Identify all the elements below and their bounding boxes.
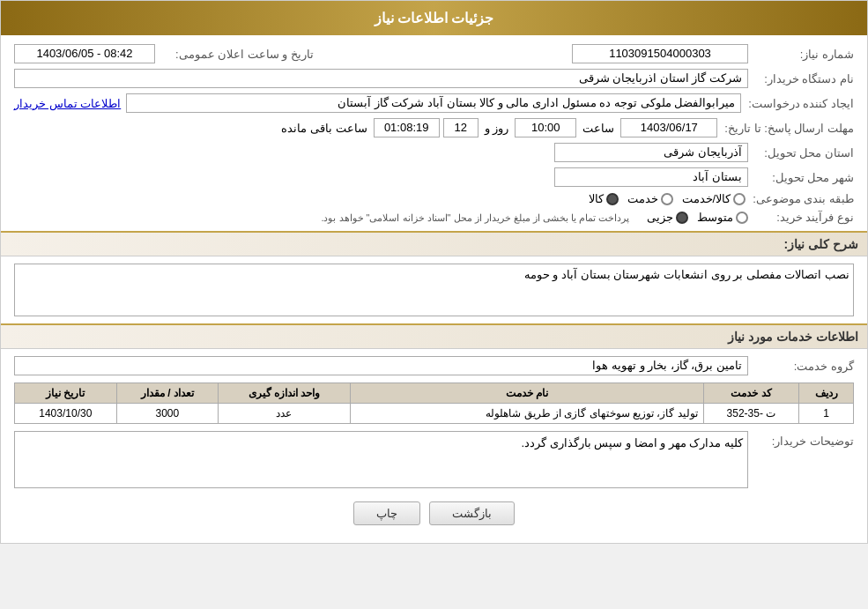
deadline-date: 1403/06/17 <box>620 118 717 137</box>
radio-kala-khedmat <box>733 193 746 205</box>
description-section-title: شرح کلی نیاز: <box>1 231 867 256</box>
province-row: استان محل تحویل: آذربایجان شرقی <box>14 143 854 162</box>
col-unit: واحد اندازه گیری <box>219 383 351 404</box>
province-value: آذربایجان شرقی <box>554 143 748 162</box>
creator-label: ایجاد کننده درخواست: <box>741 97 854 110</box>
purchase-motavasset-label: متوسط <box>697 211 733 224</box>
creator-row: ایجاد کننده درخواست: میرابوالفضل ملوکی ت… <box>14 93 854 113</box>
table-header-row: ردیف کد خدمت نام خدمت واحد اندازه گیری ت… <box>15 383 854 404</box>
radio-jozii <box>676 212 688 224</box>
cell-name: تولید گاز، توزیع سوختهای گازی از طریق شا… <box>350 404 703 424</box>
buyer-notes-area: کلیه مدارک مهر و امضا و سپس بارگذاری گرد… <box>14 431 748 488</box>
cell-rownum: 1 <box>799 404 854 424</box>
radio-khedmat <box>661 193 673 205</box>
requester-label: نام دستگاه خریدار: <box>748 72 854 85</box>
deadline-fields: 1403/06/17 ساعت 10:00 روز و 12 01:08:19 … <box>278 118 717 137</box>
category-kala-khedmat-label: کالا/خدمت <box>682 192 731 205</box>
page-title: جزئیات اطلاعات نیاز <box>375 11 494 26</box>
deadline-remaining: 01:08:19 <box>374 118 440 137</box>
requester-row: نام دستگاه خریدار: شرکت گاز استان اذربای… <box>14 69 854 88</box>
col-qty: تعداد / مقدار <box>116 383 218 404</box>
cell-code: ت -35-352 <box>703 404 799 424</box>
category-row: طبقه بندی موضوعی: کالا/خدمت خدمت کالا <box>14 192 854 205</box>
service-group-label: گروه خدمت: <box>748 360 854 373</box>
category-options: کالا/خدمت خدمت کالا <box>589 192 746 205</box>
deadline-time-label: ساعت <box>582 122 614 135</box>
radio-motavasset <box>736 212 748 224</box>
category-option-kala[interactable]: کالا <box>589 192 619 205</box>
services-table: ردیف کد خدمت نام خدمت واحد اندازه گیری ت… <box>14 382 854 424</box>
city-row: شهر محل تحویل: بستان آباد <box>14 167 854 187</box>
buttons-row: بازگشت چاپ <box>14 501 854 525</box>
deadline-day-label: روز و <box>485 122 509 135</box>
page-wrapper: جزئیات اطلاعات نیاز شماره نیاز: 11030915… <box>0 0 868 544</box>
city-value: بستان آباد <box>554 167 748 187</box>
cell-date: 1403/10/30 <box>15 404 117 424</box>
print-button[interactable]: چاپ <box>353 501 420 525</box>
category-kala-label: کالا <box>589 192 604 205</box>
col-code: کد خدمت <box>703 383 799 404</box>
col-rownum: ردیف <box>799 383 854 404</box>
page-header: جزئیات اطلاعات نیاز <box>1 1 867 35</box>
col-date: تاریخ نیاز <box>15 383 117 404</box>
buyer-notes-row: توضیحات خریدار: کلیه مدارک مهر و امضا و … <box>14 431 854 488</box>
creator-contact-link[interactable]: اطلاعات تماس خریدار <box>14 97 121 110</box>
deadline-days: 12 <box>443 118 479 137</box>
buyer-notes-value: کلیه مدارک مهر و امضا و سپس بارگذاری گرد… <box>14 431 748 488</box>
purchase-type-option-jozii[interactable]: جزیی <box>647 211 688 224</box>
announce-value: 1403/06/05 - 08:42 <box>14 44 155 63</box>
category-option-khedmat[interactable]: خدمت <box>627 192 673 205</box>
deadline-row: مهلت ارسال پاسخ: تا تاریخ: 1403/06/17 سا… <box>14 118 854 137</box>
category-option-kala-khedmat[interactable]: کالا/خدمت <box>682 192 746 205</box>
deadline-label: مهلت ارسال پاسخ: تا تاریخ: <box>717 122 854 135</box>
requester-value: شرکت گاز استان اذربایجان شرقی <box>14 69 748 88</box>
main-content: شماره نیاز: 1103091504000303 تاریخ و ساع… <box>1 35 867 543</box>
service-group-row: گروه خدمت: تامین برق، گاز، بخار و تهویه … <box>14 356 854 375</box>
description-area: نصب اتصالات مفصلی بر روی انشعابات شهرستا… <box>14 264 854 316</box>
need-number-row: شماره نیاز: 1103091504000303 تاریخ و ساع… <box>14 44 854 63</box>
col-name: نام خدمت <box>350 383 703 404</box>
deadline-remaining-label: ساعت باقی مانده <box>281 122 367 135</box>
radio-kala <box>606 193 619 205</box>
table-row: 1 ت -35-352 تولید گاز، توزیع سوختهای گاز… <box>15 404 854 424</box>
province-label: استان محل تحویل: <box>748 146 854 160</box>
city-label: شهر محل تحویل: <box>748 171 854 184</box>
cell-unit: عدد <box>219 404 351 424</box>
need-number-label: شماره نیاز: <box>748 48 854 61</box>
description-value: نصب اتصالات مفصلی بر روی انشعابات شهرستا… <box>14 264 854 316</box>
buyer-notes-label: توضیحات خریدار: <box>748 431 854 448</box>
creator-value: میرابوالفضل ملوکی توجه ده مسئول اداری ما… <box>126 93 741 113</box>
back-button[interactable]: بازگشت <box>429 501 515 525</box>
category-label: طبقه بندی موضوعی: <box>746 192 854 205</box>
category-khedmat-label: خدمت <box>627 192 658 205</box>
announce-label: تاریخ و ساعت اعلان عمومی: <box>155 48 314 61</box>
purchase-type-option-motavasset[interactable]: متوسط <box>697 211 748 224</box>
purchase-type-options: متوسط جزیی <box>647 211 748 224</box>
services-section-title: اطلاعات خدمات مورد نیاز <box>1 323 867 349</box>
purchase-type-label: نوع فرآیند خرید: <box>748 211 854 224</box>
need-number-value: 1103091504000303 <box>572 44 748 63</box>
purchase-jozii-label: جزیی <box>647 211 673 224</box>
purchase-type-row: نوع فرآیند خرید: متوسط جزیی پرداخت تمام … <box>14 211 854 224</box>
deadline-time: 10:00 <box>515 118 576 137</box>
service-group-value: تامین برق، گاز، بخار و تهویه هوا <box>14 356 748 375</box>
purchase-type-note: پرداخت تمام یا بخشی از مبلغ خریدار از مح… <box>321 212 629 224</box>
cell-qty: 3000 <box>116 404 218 424</box>
description-label: شرح کلی نیاز: <box>784 237 858 251</box>
